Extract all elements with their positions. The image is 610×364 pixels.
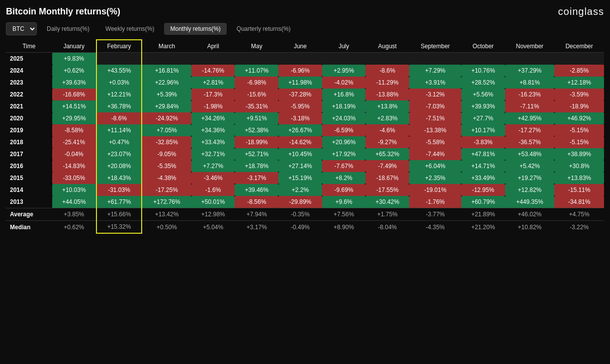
data-cell: -4.02% — [322, 77, 366, 89]
table-row: 2016-14.83%+20.08%-5.35%+7.27%+18.78%+27… — [6, 160, 604, 172]
average-cell: +7.94% — [235, 208, 278, 221]
data-cell: +27.7% — [461, 112, 505, 124]
data-cell: -9.69% — [322, 184, 366, 196]
data-cell — [365, 53, 409, 65]
asset-selector[interactable]: BTC — [6, 22, 37, 35]
average-cell: -0.35% — [278, 208, 322, 221]
data-cell: -1.76% — [409, 196, 461, 208]
data-cell: -33.05% — [52, 172, 96, 184]
table-row: 2018-25.41%+0.47%-32.85%+33.43%-18.99%-1… — [6, 136, 604, 148]
data-cell: -4.6% — [365, 124, 409, 136]
data-cell: +7.05% — [142, 124, 191, 136]
data-cell: +9.83% — [52, 53, 96, 65]
data-cell: +24.03% — [322, 112, 366, 124]
data-cell: +5.56% — [461, 89, 505, 100]
data-cell: +46.92% — [554, 112, 604, 124]
data-cell — [96, 53, 142, 65]
data-cell: +52.38% — [235, 124, 278, 136]
data-cell: +0.47% — [96, 136, 142, 148]
data-cell: -8.6% — [365, 65, 409, 77]
data-cell: +10.45% — [278, 148, 322, 160]
data-cell: -3.18% — [278, 112, 322, 124]
data-cell: +33.49% — [461, 172, 505, 184]
col-header-september: September — [409, 40, 461, 53]
average-cell: +15.66% — [96, 208, 142, 221]
data-cell: +18.19% — [322, 100, 366, 112]
year-cell: 2019 — [6, 124, 52, 136]
data-cell — [191, 53, 235, 65]
data-cell: +65.32% — [365, 148, 409, 160]
data-cell: +18.43% — [96, 172, 142, 184]
data-cell: +19.27% — [505, 172, 555, 184]
data-cell: -5.15% — [554, 124, 604, 136]
median-cell: -4.35% — [409, 221, 461, 234]
col-header-february: February — [96, 40, 142, 53]
data-cell: -7.67% — [322, 160, 366, 172]
data-cell: +7.27% — [191, 160, 235, 172]
data-cell: -29.89% — [278, 196, 322, 208]
tab-daily[interactable]: Daily returns(%) — [41, 23, 95, 35]
average-cell: +1.75% — [365, 208, 409, 221]
year-cell: 2024 — [6, 65, 52, 77]
data-cell: -15.6% — [235, 89, 278, 100]
data-cell: -36.57% — [505, 136, 555, 148]
data-cell: +27.14% — [278, 160, 322, 172]
data-cell: +42.95% — [505, 112, 555, 124]
data-cell: -19.01% — [409, 184, 461, 196]
data-cell: -12.95% — [461, 184, 505, 196]
controls-row: BTC Daily returns(%) Weekly returns(%) M… — [6, 22, 604, 35]
average-cell: +4.75% — [554, 208, 604, 221]
average-cell: +3.85% — [52, 208, 96, 221]
average-row: Average+3.85%+15.66%+13.42%+12.98%+7.94%… — [6, 208, 604, 221]
data-cell: +23.07% — [96, 148, 142, 160]
data-cell: +61.77% — [96, 196, 142, 208]
data-cell: +38.89% — [554, 148, 604, 160]
average-cell: +13.42% — [142, 208, 191, 221]
data-cell: -35.31% — [235, 100, 278, 112]
tab-quarterly[interactable]: Quarterly returns(%) — [231, 23, 297, 35]
median-cell: +21.20% — [461, 221, 505, 234]
data-cell: -3.17% — [235, 172, 278, 184]
data-cell: -18.99% — [235, 136, 278, 148]
tab-weekly[interactable]: Weekly returns(%) — [99, 23, 160, 35]
average-label: Average — [6, 208, 52, 221]
average-cell: +12.98% — [191, 208, 235, 221]
year-cell: 2014 — [6, 184, 52, 196]
data-cell: +29.84% — [142, 100, 191, 112]
col-header-january: January — [52, 40, 96, 53]
data-cell: +9.51% — [235, 112, 278, 124]
table-row: 2025+9.83% — [6, 53, 604, 65]
data-cell: -9.05% — [142, 148, 191, 160]
table-row: 2024+0.62%+43.55%+16.81%-14.76%+11.07%-6… — [6, 65, 604, 77]
data-cell: -14.62% — [278, 136, 322, 148]
median-cell: -0.49% — [278, 221, 322, 234]
data-cell: +34.26% — [191, 112, 235, 124]
median-cell: -3.22% — [554, 221, 604, 234]
data-cell: -7.11% — [505, 100, 555, 112]
data-cell: +39.63% — [52, 77, 96, 89]
data-cell: -15.11% — [554, 184, 604, 196]
data-cell: -5.15% — [554, 136, 604, 148]
data-cell: -18.9% — [554, 100, 604, 112]
data-cell: +15.19% — [278, 172, 322, 184]
data-cell: +2.81% — [191, 77, 235, 89]
median-cell: +0.50% — [142, 221, 191, 234]
data-cell: +0.03% — [96, 77, 142, 89]
data-cell: +20.96% — [322, 136, 366, 148]
data-cell: +3.91% — [409, 77, 461, 89]
data-cell: -3.59% — [554, 89, 604, 100]
data-cell: -7.51% — [409, 112, 461, 124]
table-header: TimeJanuaryFebruaryMarchAprilMayJuneJuly… — [6, 40, 604, 53]
data-cell: -5.95% — [278, 100, 322, 112]
data-cell: +14.71% — [461, 160, 505, 172]
col-header-time: Time — [6, 40, 52, 53]
data-cell: +28.52% — [461, 77, 505, 89]
table-row: 2015-33.05%+18.43%-4.38%-3.46%-3.17%+15.… — [6, 172, 604, 184]
tab-monthly[interactable]: Monthly returns(%) — [164, 23, 226, 35]
average-cell: +21.89% — [461, 208, 505, 221]
data-cell: -16.23% — [505, 89, 555, 100]
data-cell: -6.59% — [322, 124, 366, 136]
data-cell: -9.27% — [365, 136, 409, 148]
data-cell — [505, 53, 555, 65]
col-header-november: November — [505, 40, 555, 53]
